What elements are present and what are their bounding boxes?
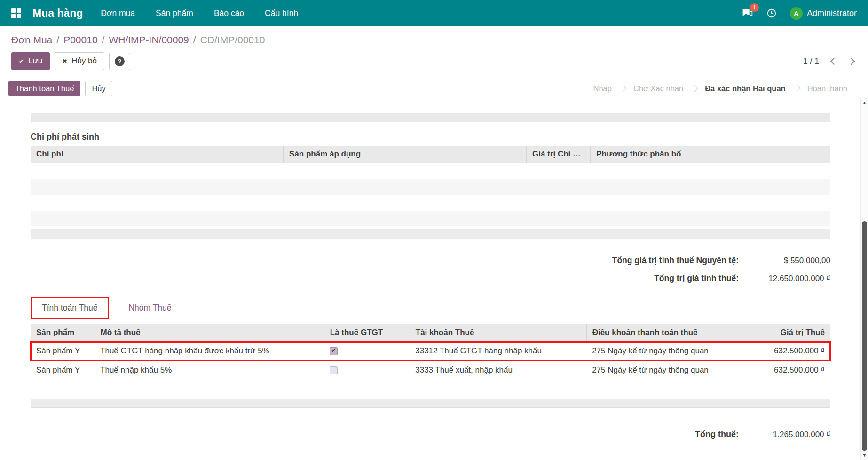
- tab-nhom-thue-label: Nhóm Thuế: [128, 303, 171, 312]
- tab-tinh-toan-thue[interactable]: Tính toán Thuế: [31, 297, 109, 319]
- status-step-cho-xac-nhan[interactable]: Chờ Xác nhận: [633, 84, 683, 93]
- discard-button-label: Hủy bỏ: [71, 56, 97, 66]
- tax-row-product: Sản phẩm Y: [31, 342, 95, 361]
- statusbar: Thanh toán Thuế Hủy Nháp Chờ Xác nhận Đã…: [0, 78, 868, 99]
- tax-row-description: Thuế GTGT hàng nhập khẩu được khấu trừ 5…: [95, 342, 324, 361]
- breadcrumb-current: CD/IMP/00010: [200, 34, 265, 45]
- messages-badge: 1: [750, 3, 759, 12]
- step-separator-icon: [618, 85, 626, 93]
- pager-previous-icon[interactable]: [830, 57, 838, 65]
- statusbar-steps: Nháp Chờ Xác nhận Đã xác nhận Hải quan H…: [593, 84, 847, 93]
- tax-row-account: 3333 Thuế xuất, nhập khẩu: [410, 361, 586, 380]
- pager-counter: 1 / 1: [803, 56, 819, 66]
- x-icon: ✖: [62, 58, 67, 65]
- pager: 1 / 1: [803, 56, 854, 66]
- tax-row-amount: 632.500.000 ₫: [750, 342, 830, 361]
- breadcrumb-separator: /: [102, 34, 105, 45]
- costs-empty-row[interactable]: [31, 179, 830, 195]
- save-button[interactable]: ✔ Lưu: [11, 52, 50, 70]
- tax-lines-table: Sản phẩm Mô tả thuế Là thuế GTGT Tài kho…: [31, 324, 830, 380]
- menu-san-pham[interactable]: Sản phẩm: [156, 8, 193, 18]
- scrollbar-thumb[interactable]: [862, 221, 867, 451]
- costs-header-phuong-thuc[interactable]: Phương thức phân bổ: [591, 146, 830, 163]
- tax-table-header-row: Sản phẩm Mô tả thuế Là thuế GTGT Tài kho…: [31, 324, 830, 342]
- step-separator-icon: [792, 85, 800, 93]
- messages-button[interactable]: 1: [742, 8, 753, 19]
- tax-header-mo-ta-thue[interactable]: Mô tả thuế: [95, 324, 324, 342]
- total-original-currency-row: Tổng giá trị tính thuế Nguyên tệ: $ 550.…: [31, 256, 830, 265]
- breadcrumb-separator: /: [193, 34, 196, 45]
- costs-empty-row[interactable]: [31, 163, 830, 179]
- vat-checkbox[interactable]: [330, 347, 338, 355]
- apps-grid-icon[interactable]: [11, 8, 21, 18]
- cancel-button[interactable]: Hủy: [85, 81, 112, 96]
- breadcrumb-separator: /: [56, 34, 59, 45]
- breadcrumb-p00010[interactable]: P00010: [63, 34, 97, 45]
- total-original-currency-label: Tổng giá trị tính thuế Nguyên tệ:: [612, 256, 739, 265]
- notebook-tabs: Tính toán Thuế Nhóm Thuế: [31, 297, 830, 319]
- costs-section-title: Chi phí phát sinh: [31, 132, 830, 142]
- tab-tinh-toan-thue-label: Tính toán Thuế: [42, 303, 97, 312]
- scroll-up-icon[interactable]: ▲: [861, 100, 868, 106]
- tax-row-import[interactable]: Sản phẩm Y Thuế nhập khẩu 5% 3333 Thuế x…: [31, 361, 830, 380]
- breadcrumb-wh-imp-in[interactable]: WH/IMP-IN/00009: [109, 34, 189, 45]
- tax-row-payment-term: 275 Ngày kể từ ngày thông quan: [586, 342, 750, 361]
- menu-bao-cao[interactable]: Báo cáo: [214, 8, 244, 18]
- menu-don-mua[interactable]: Đơn mua: [101, 8, 135, 18]
- costs-header-san-pham-ap-dung[interactable]: Sản phẩm áp dụng: [284, 146, 527, 163]
- status-step-da-xac-nhan-hai-quan[interactable]: Đã xác nhận Hải quan: [705, 84, 785, 93]
- app-title[interactable]: Mua hàng: [32, 7, 83, 20]
- grand-total-label: Tổng thuế:: [695, 429, 739, 439]
- pager-next-icon[interactable]: [848, 57, 855, 65]
- table-footer-stripe: [31, 399, 830, 408]
- status-step-nhap[interactable]: Nháp: [593, 84, 612, 93]
- breadcrumb-don-mua[interactable]: Đơn Mua: [11, 34, 52, 45]
- tax-row-vat[interactable]: Sản phẩm Y Thuế GTGT hàng nhập khẩu được…: [31, 342, 830, 361]
- help-button[interactable]: ?: [109, 53, 130, 70]
- table-footer-stripe: [31, 229, 830, 239]
- tax-header-dieu-khoan[interactable]: Điều khoản thanh toán thuế: [586, 324, 750, 342]
- pay-tax-button[interactable]: Thanh toán Thuế: [8, 81, 80, 96]
- tax-row-account: 33312 Thuế GTGT hàng nhập khẩu: [410, 342, 586, 361]
- tax-header-la-thue-gtgt[interactable]: Là thuế GTGT: [324, 324, 410, 342]
- avatar: A: [790, 7, 803, 20]
- costs-empty-row[interactable]: [31, 211, 830, 226]
- scroll-down-icon[interactable]: ▼: [861, 452, 868, 459]
- tax-row-amount: 632.500.000 ₫: [750, 361, 830, 380]
- menu-cau-hinh[interactable]: Cấu hình: [265, 8, 298, 18]
- total-tax-base-row: Tổng trị giá tính thuế: 12.650.000.000 ₫: [31, 273, 830, 283]
- scrolled-table-stripe: [31, 113, 830, 122]
- vertical-scrollbar[interactable]: ▲ ▼: [860, 98, 868, 460]
- tax-header-san-pham[interactable]: Sản phẩm: [31, 324, 95, 342]
- user-menu[interactable]: A Administrator: [790, 7, 857, 20]
- help-icon: ?: [115, 56, 125, 66]
- costs-header-chi-phi[interactable]: Chi phí: [31, 146, 284, 163]
- total-tax-base-value: 12.650.000.000 ₫: [739, 274, 830, 283]
- tax-header-gia-tri-thue[interactable]: Giá trị Thuế: [750, 324, 830, 342]
- discard-button[interactable]: ✖ Hủy bỏ: [55, 52, 104, 70]
- top-menu: Đơn mua Sản phẩm Báo cáo Cấu hình: [101, 8, 298, 18]
- costs-table-header-row: Chi phí Sản phẩm áp dụng Giá trị Chi phí…: [31, 146, 830, 163]
- tax-base-totals: Tổng giá trị tính thuế Nguyên tệ: $ 550.…: [31, 256, 830, 283]
- costs-empty-row[interactable]: [31, 195, 830, 211]
- activities-button[interactable]: [766, 8, 777, 18]
- tax-row-description: Thuế nhập khẩu 5%: [95, 361, 324, 380]
- total-original-currency-value: $ 550.000,00: [739, 256, 830, 265]
- vat-checkbox[interactable]: [330, 366, 338, 374]
- tab-nhom-thue[interactable]: Nhóm Thuế: [126, 297, 173, 319]
- tax-row-product: Sản phẩm Y: [31, 361, 95, 380]
- tax-header-tai-khoan-thue[interactable]: Tài khoản Thuế: [410, 324, 586, 342]
- status-step-hoan-thanh[interactable]: Hoàn thành: [807, 84, 847, 93]
- spacer: [31, 380, 830, 399]
- costs-table: Chi phí Sản phẩm áp dụng Giá trị Chi phí…: [31, 146, 830, 226]
- breadcrumb: Đơn Mua/P00010/WH/IMP-IN/00009/CD/IMP/00…: [0, 26, 868, 47]
- clock-icon: [766, 8, 777, 18]
- costs-header-gia-tri[interactable]: Giá trị Chi phí…: [527, 146, 591, 163]
- check-icon: ✔: [19, 58, 24, 65]
- grand-total-row: Tổng thuế: 1.265.000.000 ₫: [31, 429, 830, 439]
- step-separator-icon: [690, 85, 698, 93]
- save-button-label: Lưu: [28, 56, 42, 66]
- total-tax-base-label: Tổng trị giá tính thuế:: [654, 273, 739, 283]
- top-navbar: Mua hàng Đơn mua Sản phẩm Báo cáo Cấu hì…: [0, 0, 868, 26]
- topbar-right: 1 A Administrator: [742, 7, 857, 20]
